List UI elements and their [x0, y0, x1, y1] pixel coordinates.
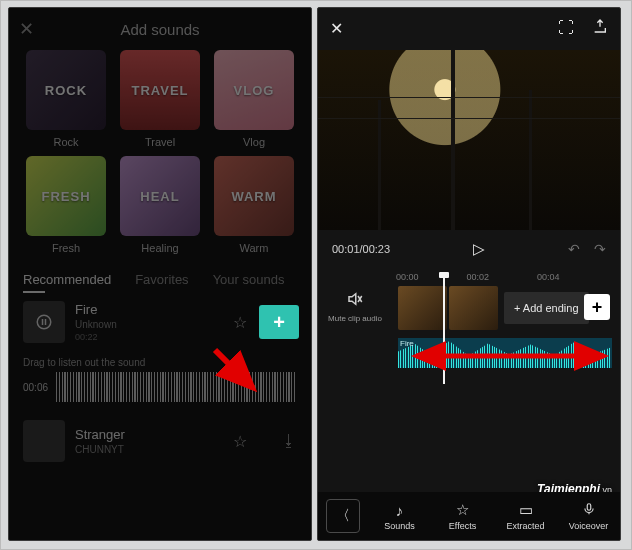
waveform[interactable]: [56, 372, 297, 402]
track-title: Fire: [75, 302, 117, 317]
track-title: Stranger: [75, 427, 125, 442]
category-thumb: FRESH: [26, 156, 106, 236]
category-thumb: TRAVEL: [120, 50, 200, 130]
undo-icon[interactable]: ↶: [568, 241, 580, 257]
svg-rect-2: [587, 503, 591, 509]
tab-favorites[interactable]: Favorites: [135, 272, 188, 287]
category-thumb: ROCK: [26, 50, 106, 130]
track-artist: CHUNNYT: [75, 444, 125, 455]
category-fresh[interactable]: FRESH Fresh: [23, 156, 109, 254]
redo-icon[interactable]: ↷: [594, 241, 606, 257]
favorite-icon[interactable]: ☆: [233, 313, 247, 332]
svg-point-0: [37, 315, 51, 329]
tab-your-sounds[interactable]: Your sounds: [213, 272, 285, 287]
header: ✕ Add sounds: [9, 8, 311, 50]
tool-extracted[interactable]: ▭ Extracted: [494, 501, 557, 531]
category-label: Rock: [53, 136, 78, 148]
playhead[interactable]: [443, 276, 445, 384]
category-thumb: WARM: [214, 156, 294, 236]
back-button[interactable]: 〈: [326, 499, 360, 533]
time-ruler: 00:00 00:02 00:04: [318, 268, 620, 284]
category-label: Healing: [141, 242, 178, 254]
tool-voiceover[interactable]: Voiceover: [557, 502, 620, 531]
close-icon[interactable]: ✕: [330, 19, 343, 38]
export-icon[interactable]: [592, 18, 608, 38]
tab-recommended[interactable]: Recommended: [23, 272, 111, 287]
audio-clip[interactable]: Fire: [398, 338, 612, 368]
star-icon: ☆: [456, 501, 469, 519]
category-label: Vlog: [243, 136, 265, 148]
ruler-tick: 00:00: [396, 272, 419, 282]
track-duration: 00:22: [75, 332, 117, 342]
category-grid: ROCK Rock TRAVEL Travel VLOG Vlog FRESH …: [9, 50, 311, 254]
category-healing[interactable]: HEAL Healing: [117, 156, 203, 254]
bottom-toolbar: 〈 ♪ Sounds ☆ Effects ▭ Extracted Voiceov…: [318, 492, 620, 540]
category-warm[interactable]: WARM Warm: [211, 156, 297, 254]
track-art: [23, 301, 65, 343]
page-title: Add sounds: [120, 21, 199, 38]
video-preview[interactable]: [318, 50, 620, 230]
play-icon[interactable]: ▷: [473, 240, 485, 258]
category-rock[interactable]: ROCK Rock: [23, 50, 109, 148]
category-thumb: VLOG: [214, 50, 294, 130]
audio-clip-label: Fire: [400, 339, 414, 348]
track-row-fire[interactable]: Fire Unknown 00:22 ☆ +: [9, 293, 311, 351]
add-sound-button[interactable]: +: [259, 305, 299, 339]
wave-time: 00:06: [23, 382, 48, 393]
timeline[interactable]: Mute clip audio + Add ending + Fire: [318, 284, 620, 404]
mute-label: Mute clip audio: [326, 314, 384, 324]
mute-icon: [326, 290, 384, 312]
waveform-row[interactable]: 00:06: [9, 370, 311, 412]
download-icon[interactable]: ⭳: [281, 432, 297, 450]
category-thumb: HEAL: [120, 156, 200, 236]
video-clip[interactable]: [398, 286, 498, 330]
close-icon[interactable]: ✕: [19, 18, 34, 40]
category-label: Travel: [145, 136, 175, 148]
category-label: Warm: [240, 242, 269, 254]
add-clip-button[interactable]: +: [584, 294, 610, 320]
drag-hint: Drag to listen out the sound: [9, 351, 311, 370]
microphone-icon: [582, 502, 596, 519]
add-sounds-screen: ✕ Add sounds ROCK Rock TRAVEL Travel VLO…: [8, 7, 312, 541]
editor-screen: ✕ ⛶ 00:01/00:23 ▷ ↶ ↷ 00:00 00:02 00:04: [317, 7, 621, 541]
favorite-icon[interactable]: ☆: [233, 432, 247, 451]
editor-header: ✕ ⛶: [318, 8, 620, 48]
fullscreen-icon[interactable]: ⛶: [558, 19, 574, 37]
mute-clip-button[interactable]: Mute clip audio: [326, 290, 384, 324]
tool-sounds[interactable]: ♪ Sounds: [368, 502, 431, 531]
add-ending-button[interactable]: + Add ending: [504, 292, 589, 324]
track-artist: Unknown: [75, 319, 117, 330]
category-vlog[interactable]: VLOG Vlog: [211, 50, 297, 148]
ruler-tick: 00:02: [467, 272, 490, 282]
ruler-tick: 00:04: [537, 272, 560, 282]
audio-waveform: [398, 338, 612, 368]
music-note-icon: ♪: [396, 502, 404, 519]
track-row-stranger[interactable]: Stranger CHUNNYT ☆ ⭳: [9, 412, 311, 470]
folder-icon: ▭: [519, 501, 533, 519]
timecode: 00:01/00:23: [332, 243, 390, 255]
playback-row: 00:01/00:23 ▷ ↶ ↷: [318, 230, 620, 268]
tool-effects[interactable]: ☆ Effects: [431, 501, 494, 531]
track-art: [23, 420, 65, 462]
category-travel[interactable]: TRAVEL Travel: [117, 50, 203, 148]
sound-tabs: Recommended Favorites Your sounds: [9, 254, 311, 293]
category-label: Fresh: [52, 242, 80, 254]
